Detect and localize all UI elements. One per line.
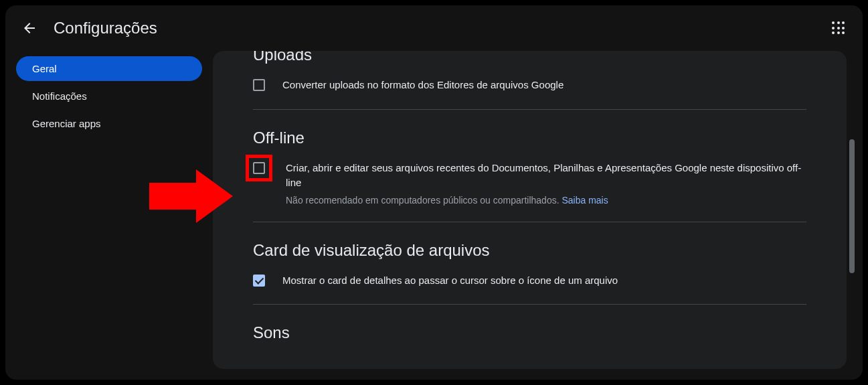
checkbox-offline[interactable] [253,162,265,174]
checkbox-uploads-convert[interactable] [253,79,265,91]
back-button[interactable] [21,20,37,36]
sidebar-item-gerenciar-apps[interactable]: Gerenciar apps [16,111,202,136]
section-title-uploads: Uploads [253,51,806,64]
section-title-offline: Off-line [253,129,806,147]
highlight-box [246,155,272,181]
sidebar-item-geral[interactable]: Geral [16,56,202,81]
sidebar: Geral Notificações Gerenciar apps [5,51,213,380]
page-title: Configurações [54,19,157,37]
scrollbar[interactable] [849,139,855,273]
checkbox-subtext-offline: Não recomendado em computadores públicos… [286,195,806,206]
section-title-sons: Sons [253,323,806,342]
section-title-card: Card de visualização de arquivos [253,241,806,260]
settings-content: Uploads Converter uploads no formato dos… [213,51,847,369]
checkbox-label-card: Mostrar o card de detalhes ao passar o c… [282,273,806,289]
apps-icon[interactable] [831,20,847,36]
checkbox-label-uploads: Converter uploads no formato dos Editore… [282,78,806,93]
checkbox-card-preview[interactable] [253,275,265,287]
checkbox-label-offline: Criar, abrir e editar seus arquivos rece… [286,161,806,191]
link-saiba-mais[interactable]: Saiba mais [561,195,608,206]
sidebar-item-notificacoes[interactable]: Notificações [16,84,202,108]
